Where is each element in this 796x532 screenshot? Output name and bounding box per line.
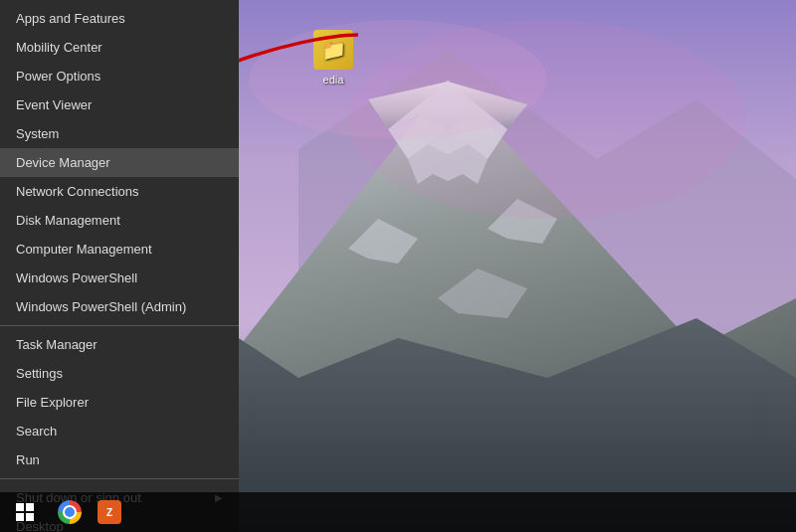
menu-item-network-connections[interactable]: Network Connections bbox=[0, 177, 239, 206]
svg-point-11 bbox=[249, 20, 547, 139]
svg-rect-15 bbox=[16, 513, 24, 521]
context-menu: Apps and Features Mobility Center Power … bbox=[0, 0, 239, 532]
menu-item-settings[interactable]: Settings bbox=[0, 359, 239, 388]
desktop-icon-media[interactable]: 📁 edia bbox=[298, 30, 368, 86]
menu-item-event-viewer[interactable]: Event Viewer bbox=[0, 90, 239, 119]
menu-item-power-options[interactable]: Power Options bbox=[0, 62, 239, 90]
svg-rect-13 bbox=[16, 503, 24, 511]
taskbar: Z bbox=[0, 492, 796, 532]
taskbar-icon-chrome[interactable] bbox=[52, 494, 88, 530]
menu-item-run[interactable]: Run bbox=[0, 445, 239, 474]
menu-item-apps-features[interactable]: Apps and Features bbox=[0, 4, 239, 33]
desktop-icon-image: 📁 bbox=[313, 30, 353, 70]
menu-item-computer-management[interactable]: Computer Management bbox=[0, 235, 239, 264]
menu-item-file-explorer[interactable]: File Explorer bbox=[0, 388, 239, 417]
windows-logo-icon bbox=[16, 503, 34, 521]
menu-section-2: Task Manager Settings File Explorer Sear… bbox=[0, 326, 239, 479]
menu-section-1: Apps and Features Mobility Center Power … bbox=[0, 0, 239, 326]
chrome-browser-icon bbox=[58, 500, 82, 524]
menu-item-mobility-center[interactable]: Mobility Center bbox=[0, 33, 239, 62]
desktop-icon-label: edia bbox=[323, 74, 344, 86]
start-button[interactable] bbox=[0, 492, 50, 532]
menu-item-disk-management[interactable]: Disk Management bbox=[0, 206, 239, 235]
taskbar-icon-zoho[interactable]: Z bbox=[92, 494, 127, 530]
menu-item-windows-powershell-admin[interactable]: Windows PowerShell (Admin) bbox=[0, 292, 239, 321]
svg-rect-14 bbox=[26, 503, 34, 511]
menu-item-device-manager[interactable]: Device Manager bbox=[0, 148, 239, 177]
zoho-app-icon: Z bbox=[98, 500, 121, 524]
menu-item-search[interactable]: Search bbox=[0, 417, 239, 445]
menu-item-system[interactable]: System bbox=[0, 119, 239, 148]
menu-item-task-manager[interactable]: Task Manager bbox=[0, 330, 239, 359]
menu-item-windows-powershell[interactable]: Windows PowerShell bbox=[0, 264, 239, 292]
svg-rect-16 bbox=[26, 513, 34, 521]
